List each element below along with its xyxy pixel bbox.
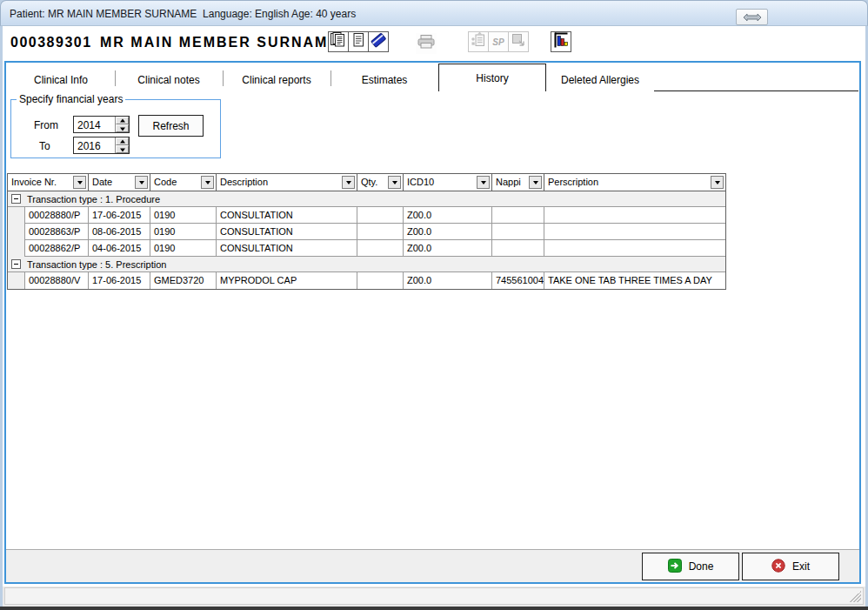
dropdown-icon[interactable] <box>388 176 401 189</box>
exit-button[interactable]: Exit <box>742 553 839 580</box>
bar-chart-icon <box>552 31 570 52</box>
column-label: Date <box>92 177 112 187</box>
table-row[interactable]: 00028862/P04-06-20150190CONSULTATIONZ00.… <box>8 240 725 257</box>
spinner-down-icon[interactable] <box>116 124 129 132</box>
column-label: Perscription <box>548 177 598 187</box>
group-label: Transaction type : 5. Prescription <box>27 259 166 270</box>
to-year-spinner <box>115 137 129 153</box>
group-indent <box>8 240 25 257</box>
tab-clinical-reports[interactable]: Clinical reports <box>223 68 331 91</box>
resize-width-button[interactable] <box>736 9 768 25</box>
table-row[interactable]: 00028880/V17-06-2015GMED3720MYPRODOL CAP… <box>8 272 725 289</box>
column-header-perscription[interactable]: Perscription <box>544 174 725 191</box>
window-bottom-edge <box>0 607 868 610</box>
spinner-down-icon[interactable] <box>116 145 129 153</box>
collapse-minus-icon[interactable] <box>11 194 21 204</box>
report-arrow-icon <box>510 31 527 52</box>
group-indent <box>8 207 25 224</box>
cell-invoice-nr-: 00028862/P <box>25 240 89 257</box>
cell-nappi <box>492 207 544 224</box>
from-year-input[interactable] <box>74 117 115 132</box>
dropdown-icon[interactable] <box>201 176 214 189</box>
from-label: From <box>34 119 58 131</box>
column-label: Nappi <box>496 177 521 187</box>
refresh-button[interactable]: Refresh <box>138 115 204 137</box>
group-indent <box>8 272 25 289</box>
group-row[interactable]: Transaction type : 1. Procedure <box>8 191 725 207</box>
dropdown-icon[interactable] <box>135 176 148 189</box>
cell-code: 0190 <box>150 224 217 240</box>
to-year-input[interactable] <box>74 137 115 153</box>
cell-invoice-nr-: 00028863/P <box>25 224 89 240</box>
column-header-description[interactable]: Description <box>217 174 357 191</box>
tab-clinical-info[interactable]: Clinical Info <box>7 68 115 91</box>
cell-icd10: Z00.0 <box>404 224 492 240</box>
document-icon <box>350 31 367 52</box>
exit-label: Exit <box>792 560 810 573</box>
column-header-icd10[interactable]: ICD10 <box>404 174 492 191</box>
cell-qty- <box>357 224 404 240</box>
dropdown-icon[interactable] <box>711 176 724 189</box>
toolbar-group-print <box>416 33 436 54</box>
copy-documents-button[interactable] <box>328 31 349 52</box>
done-button[interactable]: Done <box>642 553 739 580</box>
to-year-field <box>73 137 130 154</box>
exit-icon <box>771 559 785 575</box>
dropdown-icon[interactable] <box>342 176 355 189</box>
dropdown-icon[interactable] <box>529 176 542 189</box>
cell-invoice-nr-: 00028880/P <box>25 207 89 224</box>
column-header-invoice-nr-[interactable]: Invoice Nr. <box>8 174 89 191</box>
column-header-code[interactable]: Code <box>150 174 217 191</box>
clipboard-up-icon <box>470 31 487 52</box>
toolbar-group-chart <box>551 31 571 52</box>
toolbar-group-documents <box>328 31 388 52</box>
cell-date: 08-06-2015 <box>89 224 150 240</box>
cell-code: 0190 <box>150 207 217 224</box>
cell-invoice-nr-: 00028880/V <box>25 272 89 289</box>
collapse-minus-icon[interactable] <box>11 259 21 269</box>
group-row[interactable]: Transaction type : 5. Prescription <box>8 257 725 272</box>
status-area <box>3 587 865 607</box>
document-button[interactable] <box>348 31 369 52</box>
toolbar-group-disabled: SP <box>468 31 528 52</box>
group-label: Transaction type : 1. Procedure <box>27 194 160 204</box>
sp-script-button[interactable]: SP <box>488 31 509 52</box>
spinner-up-icon[interactable] <box>116 117 129 124</box>
window-title: Patient: MR MAIN MEMBER SURNAME Language… <box>10 8 356 20</box>
dropdown-icon[interactable] <box>477 176 490 189</box>
blue-book-button[interactable] <box>368 31 389 52</box>
table-row[interactable]: 00028863/P08-06-20150190CONSULTATIONZ00.… <box>8 224 725 240</box>
cell-perscription: TAKE ONE TAB THREE TIMES A DAY <box>544 272 725 289</box>
column-label: Code <box>154 177 177 187</box>
groupbox-legend: Specify financial years <box>17 93 125 105</box>
print-button[interactable] <box>416 33 437 54</box>
spinner-up-icon[interactable] <box>116 137 129 145</box>
cell-description: MYPRODOL CAP <box>217 272 357 289</box>
resize-grip-icon[interactable] <box>850 591 861 602</box>
column-label: ICD10 <box>407 177 434 187</box>
bar-chart-button[interactable] <box>551 31 571 52</box>
tab-history[interactable]: History <box>438 64 546 91</box>
column-header-date[interactable]: Date <box>89 174 150 191</box>
tab-clinical-notes[interactable]: Clinical notes <box>115 68 223 91</box>
grid-header-row: Invoice Nr.DateCodeDescriptionQty.ICD10N… <box>8 174 725 191</box>
cell-code: GMED3720 <box>150 272 217 289</box>
cell-date: 17-06-2015 <box>89 207 150 224</box>
titlebar: Patient: MR MAIN MEMBER SURNAME Language… <box>0 0 868 26</box>
report-arrow-button[interactable] <box>508 31 529 52</box>
dropdown-icon[interactable] <box>73 176 86 189</box>
group-indent <box>8 224 25 240</box>
table-row[interactable]: 00028880/P17-06-20150190CONSULTATIONZ00.… <box>8 207 725 224</box>
tab-deleted-allergies[interactable]: Deleted Allergies <box>546 68 654 91</box>
clipboard-up-button[interactable] <box>468 31 489 52</box>
print-icon <box>417 34 436 53</box>
tab-estimates[interactable]: Estimates <box>331 68 438 91</box>
cell-description: CONSULTATION <box>217 240 357 257</box>
column-label: Qty. <box>361 177 377 187</box>
blue-book-icon <box>370 31 387 52</box>
cell-icd10: Z00.0 <box>404 240 492 257</box>
cell-description: CONSULTATION <box>217 224 357 240</box>
column-header-nappi[interactable]: Nappi <box>492 174 544 191</box>
column-header-qty-[interactable]: Qty. <box>357 174 404 191</box>
bottom-button-bar: Done Exit <box>6 549 859 582</box>
